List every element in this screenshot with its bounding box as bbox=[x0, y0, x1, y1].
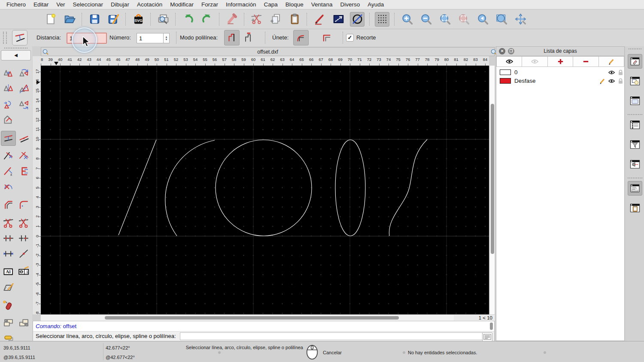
command-history-scrollbar[interactable] bbox=[490, 323, 493, 330]
join-round-button[interactable] bbox=[293, 30, 309, 45]
menu-bloque[interactable]: Bloque bbox=[282, 1, 307, 8]
layer-lock-icon[interactable] bbox=[617, 69, 624, 76]
remove-layer-button[interactable] bbox=[573, 56, 598, 67]
trim-tool[interactable] bbox=[1, 148, 16, 163]
stretch-tool[interactable] bbox=[1, 246, 16, 261]
selection-box-button[interactable] bbox=[331, 12, 346, 27]
command-input[interactable] bbox=[180, 332, 486, 340]
hide-all-layers-button[interactable] bbox=[522, 56, 547, 67]
vertical-scrollbar[interactable] bbox=[489, 66, 495, 314]
redo-button[interactable] bbox=[200, 12, 214, 27]
menu-acotacion[interactable]: Acotación bbox=[133, 1, 166, 8]
drawing-canvas[interactable] bbox=[41, 66, 489, 314]
trim-checkbox[interactable]: ✓ bbox=[346, 34, 354, 42]
menu-capa[interactable]: Capa bbox=[260, 1, 282, 8]
number-stepper[interactable]: ▲▼ bbox=[163, 33, 170, 43]
rotate-two-tool[interactable] bbox=[16, 97, 31, 112]
menu-forzar[interactable]: Forzar bbox=[197, 1, 222, 8]
explode-tool[interactable] bbox=[1, 298, 16, 313]
offset-tool[interactable] bbox=[1, 131, 16, 146]
menu-modificar[interactable]: Modificar bbox=[166, 1, 197, 8]
layer-edit-icon[interactable] bbox=[598, 78, 606, 84]
number-input[interactable] bbox=[137, 33, 164, 43]
layer-visible-icon[interactable] bbox=[608, 69, 615, 76]
zoom-previous-button[interactable] bbox=[475, 12, 490, 27]
dock-strip-handle[interactable] bbox=[629, 48, 641, 49]
divide-tool[interactable] bbox=[1, 231, 16, 246]
zoom-redraw-button[interactable] bbox=[456, 12, 471, 27]
layer-row-Desfase[interactable]: Desfase bbox=[496, 77, 624, 85]
zoom-auto-button[interactable] bbox=[437, 12, 452, 27]
fillet-tool[interactable] bbox=[16, 197, 31, 212]
horizontal-scrollbar-thumb[interactable] bbox=[105, 316, 399, 320]
menu-ayuda[interactable]: Ayuda bbox=[364, 1, 388, 8]
order-top-tool[interactable] bbox=[1, 315, 16, 330]
layer-color-swatch[interactable] bbox=[500, 78, 511, 84]
entity-list-dock-toggle[interactable] bbox=[628, 118, 642, 132]
order-bottom-tool[interactable] bbox=[16, 315, 31, 330]
edit-dimension-tool[interactable]: .1 bbox=[16, 264, 31, 279]
menu-ver[interactable]: Ver bbox=[52, 1, 69, 8]
grid-toggle-button[interactable] bbox=[375, 12, 389, 27]
selection-filter-dock-toggle[interactable] bbox=[628, 137, 642, 152]
divide-two-tool[interactable] bbox=[16, 231, 31, 246]
scale-tool[interactable] bbox=[16, 81, 31, 97]
zoom-window-button[interactable] bbox=[494, 12, 509, 27]
undo-button[interactable] bbox=[181, 12, 195, 27]
command-options-button[interactable] bbox=[482, 332, 492, 341]
zoom-pan-button[interactable] bbox=[513, 12, 528, 27]
hatch-tool[interactable] bbox=[1, 280, 16, 295]
clipboard-dock-toggle[interactable] bbox=[628, 201, 642, 215]
offset-tool-button[interactable] bbox=[12, 30, 27, 45]
vertical-scrollbar-thumb[interactable] bbox=[491, 104, 494, 254]
layer-list-dock-toggle[interactable] bbox=[628, 54, 642, 69]
zoom-out-button[interactable] bbox=[419, 12, 433, 27]
bevel-tool[interactable] bbox=[1, 197, 16, 212]
library-browser-dock-toggle[interactable] bbox=[628, 94, 642, 108]
save-as-button[interactable] bbox=[106, 12, 121, 27]
layer-color-swatch[interactable] bbox=[500, 69, 511, 75]
palette-back-button[interactable]: ◀ bbox=[1, 50, 31, 60]
add-layer-button[interactable] bbox=[548, 56, 573, 67]
zoom-in-button[interactable] bbox=[400, 12, 414, 27]
copy-button[interactable] bbox=[268, 12, 283, 27]
cut-marked-tool[interactable] bbox=[16, 215, 31, 230]
menu-seleccionar[interactable]: Seleccionar bbox=[69, 1, 107, 8]
polyline-mode-keep-button[interactable] bbox=[224, 30, 240, 45]
paste-button[interactable] bbox=[287, 12, 302, 27]
delete-entities-button[interactable] bbox=[225, 12, 239, 27]
deform-tool[interactable] bbox=[1, 112, 16, 127]
divide-intersect-tool[interactable] bbox=[16, 164, 31, 179]
trim-two-tool[interactable] bbox=[16, 148, 31, 163]
layer-lock-icon[interactable] bbox=[617, 78, 624, 84]
toolbar-drag-handle[interactable] bbox=[3, 32, 7, 44]
menu-dibujar[interactable]: Dibujar bbox=[107, 1, 133, 8]
draft-mode-button[interactable] bbox=[350, 12, 365, 27]
open-file-button[interactable] bbox=[62, 12, 77, 27]
menu-fichero[interactable]: Fichero bbox=[3, 1, 30, 8]
rotate-tool[interactable] bbox=[16, 66, 31, 81]
move-rotate-tool[interactable] bbox=[1, 97, 16, 112]
polyline-mode-split-button[interactable] bbox=[241, 30, 256, 45]
drawing-window-titlebar[interactable]: offset.dxf bbox=[41, 47, 495, 56]
layer-row-0[interactable]: 0 bbox=[496, 68, 624, 77]
move-point-tool[interactable] bbox=[16, 246, 31, 261]
show-all-layers-button[interactable] bbox=[496, 56, 522, 67]
save-file-button[interactable] bbox=[87, 12, 102, 27]
edit-layer-button[interactable] bbox=[599, 56, 624, 67]
mirror-tool[interactable] bbox=[1, 81, 16, 97]
print-preview-button[interactable] bbox=[156, 12, 170, 27]
plugin-dock-toggle[interactable] bbox=[628, 157, 642, 172]
export-svg-button[interactable]: SVG bbox=[131, 12, 146, 27]
cut-tool[interactable] bbox=[1, 215, 16, 230]
join-sharp-button[interactable] bbox=[319, 30, 335, 45]
new-file-button[interactable] bbox=[43, 12, 58, 27]
horizontal-scrollbar[interactable]: 1 < 10 bbox=[41, 314, 495, 321]
pen-attributes-button[interactable] bbox=[312, 12, 327, 27]
edit-text-tool[interactable]: Al bbox=[1, 264, 16, 279]
lengthen-tool[interactable]: x bbox=[1, 164, 16, 179]
move-copy-tool[interactable] bbox=[1, 66, 16, 81]
menu-informacion[interactable]: Información bbox=[222, 1, 260, 8]
menu-diverso[interactable]: Diverso bbox=[336, 1, 364, 8]
block-list-dock-toggle[interactable] bbox=[628, 74, 642, 88]
